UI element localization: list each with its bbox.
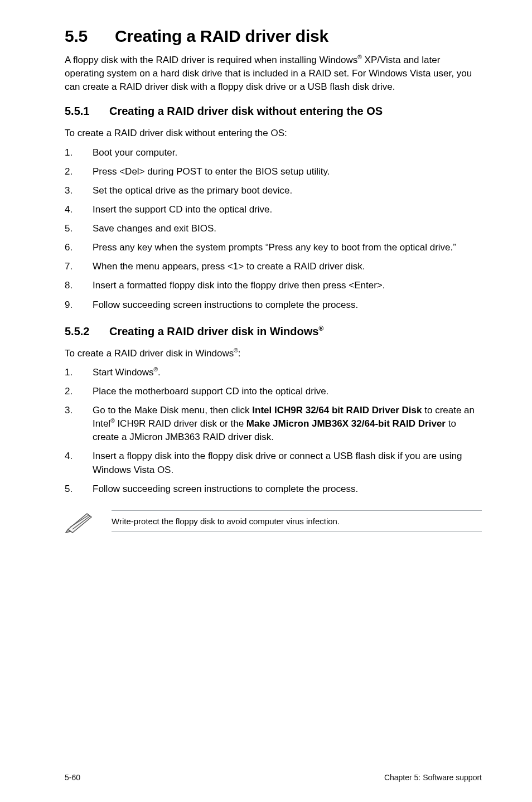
note-block: Write-protect the floppy disk to avoid c… <box>65 509 482 534</box>
list-item: Follow succeeding screen instructions to… <box>65 482 482 496</box>
registered-mark: ® <box>154 366 158 373</box>
list-item: When the menu appears, press <1> to crea… <box>65 260 482 273</box>
note-text: Write-protect the floppy disk to avoid c… <box>112 511 482 532</box>
step3-a: Go to the Make Disk menu, then click <box>93 405 252 416</box>
section-title: Creating a RAID driver disk <box>115 27 328 45</box>
page: 5.5Creating a RAID driver disk A floppy … <box>0 0 532 802</box>
list-item: Insert a floppy disk into the floppy dis… <box>65 450 482 476</box>
intro-text-a: A floppy disk with the RAID driver is re… <box>65 55 357 65</box>
subsection-552-number: 5.5.2 <box>65 325 109 338</box>
section-heading: 5.5Creating a RAID driver disk <box>65 27 482 46</box>
list-item: Insert a formatted floppy disk into the … <box>65 279 482 292</box>
section-number: 5.5 <box>65 27 115 46</box>
list-item: Place the motherboard support CD into th… <box>65 385 482 398</box>
subsection-551-heading: 5.5.1Creating a RAID driver disk without… <box>65 105 482 118</box>
step-text-b: . <box>158 367 161 378</box>
list-item: Go to the Make Disk menu, then click Int… <box>65 404 482 444</box>
note-rule-bottom <box>112 532 482 532</box>
subsection-552-heading: 5.5.2Creating a RAID driver disk in Wind… <box>65 325 482 338</box>
registered-mark: ® <box>110 418 115 424</box>
footer-page-number: 5-60 <box>65 773 80 782</box>
list-item: Save changes and exit BIOS. <box>65 222 482 235</box>
step3-d: ICH9R RAID driver disk or the <box>115 418 246 429</box>
subsection-551-lead: To create a RAID driver disk without ent… <box>65 127 482 140</box>
list-item: Insert the support CD into the optical d… <box>65 203 482 216</box>
list-item: Boot your computer. <box>65 146 482 160</box>
footer-chapter-label: Chapter 5: Software support <box>384 773 482 782</box>
subsection-552-lead: To create a RAID driver disk in Windows®… <box>65 347 482 360</box>
subsection-551-steps: Boot your computer. Press <Del> during P… <box>65 146 482 312</box>
list-item: Follow succeeding screen instructions to… <box>65 298 482 312</box>
registered-mark: ® <box>234 347 238 354</box>
list-item: Press <Del> during POST to enter the BIO… <box>65 165 482 178</box>
registered-mark: ® <box>357 54 362 60</box>
subsection-552-steps: Start Windows®. Place the motherboard su… <box>65 366 482 496</box>
list-item: Press any key when the system prompts “P… <box>65 241 482 254</box>
list-item: Start Windows®. <box>65 366 482 379</box>
list-item: Set the optical drive as the primary boo… <box>65 184 482 197</box>
step3-bold-1: Intel ICH9R 32/64 bit RAID Driver Disk <box>252 405 422 416</box>
intro-paragraph: A floppy disk with the RAID driver is re… <box>65 54 482 94</box>
step3-bold-2: Make JMicron JMB36X 32/64-bit RAID Drive… <box>246 418 446 429</box>
page-footer: 5-60 Chapter 5: Software support <box>65 773 482 782</box>
lead-text-a: To create a RAID driver disk in Windows <box>65 348 234 359</box>
pencil-note-icon <box>65 509 96 534</box>
step-text-a: Start Windows <box>93 367 154 378</box>
subsection-552-title-a: Creating a RAID driver disk in Windows <box>109 325 318 337</box>
registered-mark: ® <box>318 325 323 332</box>
subsection-551-title: Creating a RAID driver disk without ente… <box>109 105 383 117</box>
note-content: Write-protect the floppy disk to avoid c… <box>112 510 482 532</box>
subsection-551-number: 5.5.1 <box>65 105 109 118</box>
lead-text-b: : <box>238 348 241 359</box>
